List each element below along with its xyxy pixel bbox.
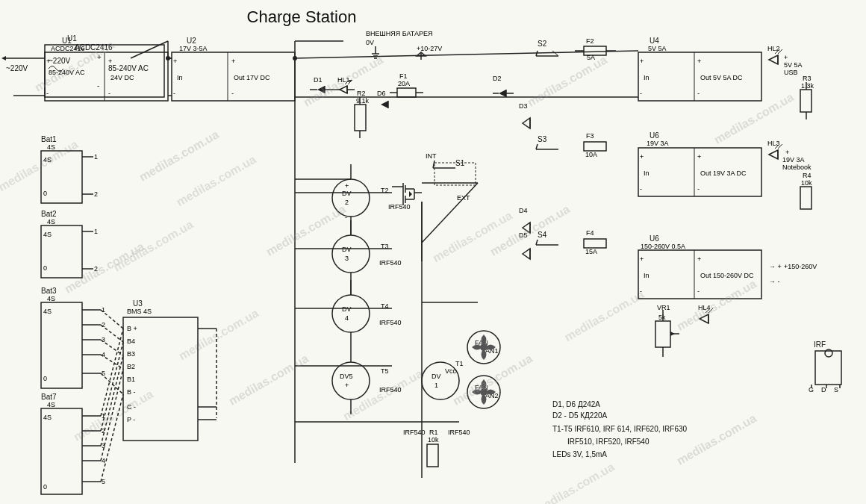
svg-text:IRF540: IRF540 bbox=[388, 203, 411, 211]
svg-text:+: + bbox=[640, 57, 644, 65]
svg-text:+150-260V: +150-260V bbox=[784, 263, 817, 270]
svg-text:~220V: ~220V bbox=[49, 57, 71, 65]
svg-text:-: - bbox=[697, 287, 700, 295]
svg-text:5: 5 bbox=[102, 370, 105, 377]
svg-text:10k: 10k bbox=[801, 179, 812, 187]
svg-text:ACDC2416: ACDC2416 bbox=[51, 45, 85, 52]
svg-text:4S: 4S bbox=[43, 231, 52, 238]
svg-text:IRF540: IRF540 bbox=[379, 259, 402, 267]
svg-text:2: 2 bbox=[345, 199, 349, 206]
svg-text:D2 - D5  КД220А: D2 - D5 КД220А bbox=[552, 411, 608, 420]
svg-text:-: - bbox=[173, 90, 175, 97]
svg-text:+: + bbox=[46, 57, 50, 65]
svg-text:+: + bbox=[697, 57, 701, 65]
svg-text:→ -: → - bbox=[769, 278, 780, 285]
svg-text:Vcc: Vcc bbox=[445, 367, 457, 375]
svg-text:2: 2 bbox=[102, 321, 105, 329]
svg-text:→ +: → + bbox=[769, 263, 782, 270]
svg-text:4S: 4S bbox=[47, 143, 55, 151]
svg-text:S1: S1 bbox=[455, 159, 465, 167]
svg-text:Bat7: Bat7 bbox=[41, 393, 57, 401]
svg-text:4S: 4S bbox=[43, 414, 52, 421]
svg-text:4S: 4S bbox=[47, 401, 55, 408]
svg-text:Out 150-260V DC: Out 150-260V DC bbox=[700, 272, 754, 279]
svg-text:DV: DV bbox=[432, 373, 441, 380]
svg-text:D1, D6  Д242А: D1, D6 Д242А bbox=[552, 400, 600, 408]
svg-text:Out 19V 3A DC: Out 19V 3A DC bbox=[700, 169, 747, 177]
schematic-container: text { font-family: Arial, sans-serif; }… bbox=[0, 0, 866, 504]
svg-text:Out 5V 5A DC: Out 5V 5A DC bbox=[700, 74, 743, 81]
svg-text:U1: U1 bbox=[62, 37, 72, 45]
svg-text:4: 4 bbox=[102, 457, 105, 464]
svg-text:U3: U3 bbox=[133, 299, 143, 308]
svg-text:+: + bbox=[97, 53, 102, 61]
svg-text:4: 4 bbox=[345, 314, 349, 322]
svg-text:D1: D1 bbox=[314, 76, 323, 84]
svg-text:Bat1: Bat1 bbox=[41, 135, 57, 143]
svg-text:D4: D4 bbox=[519, 207, 528, 214]
svg-text:B +: B + bbox=[127, 325, 137, 332]
svg-text:R2: R2 bbox=[357, 90, 366, 97]
svg-text:4S: 4S bbox=[47, 295, 55, 302]
svg-text:D5: D5 bbox=[519, 231, 528, 239]
svg-text:Notebook: Notebook bbox=[782, 164, 812, 171]
svg-text:IRF510, IRF520, IRF540: IRF510, IRF520, IRF540 bbox=[567, 438, 650, 446]
svg-text:-: - bbox=[345, 214, 347, 221]
svg-text:-: - bbox=[640, 287, 642, 295]
svg-text:-: - bbox=[108, 90, 110, 97]
svg-text:LEDs 3V, 1,5mА: LEDs 3V, 1,5mА bbox=[552, 450, 607, 458]
svg-text:D6: D6 bbox=[377, 90, 386, 97]
svg-text:In: In bbox=[644, 74, 650, 81]
svg-text:15A: 15A bbox=[585, 248, 597, 255]
svg-text:0: 0 bbox=[43, 375, 47, 382]
svg-text:Out 17V DC: Out 17V DC bbox=[234, 74, 270, 81]
svg-text:DV5: DV5 bbox=[340, 373, 353, 380]
svg-text:150-260V 0.5A: 150-260V 0.5A bbox=[641, 243, 685, 250]
svg-text:85-240V AC: 85-240V AC bbox=[49, 69, 85, 76]
svg-text:1: 1 bbox=[94, 228, 98, 235]
svg-text:IRF540: IRF540 bbox=[379, 386, 402, 393]
svg-text:19V 3A: 19V 3A bbox=[782, 156, 805, 164]
svg-text:0V: 0V bbox=[366, 39, 374, 46]
svg-text:R1: R1 bbox=[429, 429, 438, 436]
svg-text:3: 3 bbox=[345, 255, 349, 262]
svg-text:DV: DV bbox=[342, 190, 352, 197]
svg-text:1.3k: 1.3k bbox=[801, 82, 814, 90]
svg-point-302 bbox=[480, 388, 487, 396]
svg-text:-: - bbox=[46, 90, 49, 97]
svg-text:-: - bbox=[97, 81, 99, 90]
svg-text:2: 2 bbox=[94, 265, 98, 273]
svg-text:-: - bbox=[231, 90, 234, 97]
svg-text:5V 5A: 5V 5A bbox=[648, 45, 667, 52]
svg-text:Bat2: Bat2 bbox=[41, 210, 57, 218]
svg-text:+: + bbox=[345, 382, 349, 389]
svg-text:F1: F1 bbox=[399, 72, 408, 80]
svg-text:+10-27V: +10-27V bbox=[417, 45, 442, 52]
svg-text:D2: D2 bbox=[493, 75, 502, 82]
svg-text:5: 5 bbox=[102, 478, 105, 485]
svg-text:D3: D3 bbox=[519, 102, 528, 110]
svg-text:S: S bbox=[834, 386, 838, 393]
svg-text:+: + bbox=[108, 57, 112, 65]
svg-text:19V 3A: 19V 3A bbox=[647, 140, 669, 147]
svg-text:-: - bbox=[697, 185, 700, 193]
svg-text:20A: 20A bbox=[398, 80, 410, 87]
svg-text:1: 1 bbox=[434, 382, 438, 389]
svg-text:0: 0 bbox=[43, 264, 47, 272]
svg-text:-: - bbox=[640, 90, 642, 97]
svg-text:F3: F3 bbox=[586, 132, 594, 140]
svg-text:B4: B4 bbox=[127, 337, 135, 345]
svg-text:S2: S2 bbox=[538, 40, 547, 48]
svg-text:R4: R4 bbox=[803, 172, 812, 179]
page-title: Charge Station bbox=[247, 7, 357, 26]
svg-text:+: + bbox=[697, 255, 701, 263]
svg-text:-: - bbox=[640, 185, 642, 193]
svg-text:B -: B - bbox=[127, 388, 136, 396]
svg-text:+: + bbox=[640, 153, 644, 161]
svg-text:F2: F2 bbox=[586, 37, 594, 45]
svg-text:VR1: VR1 bbox=[657, 304, 670, 311]
svg-text:In: In bbox=[644, 169, 650, 177]
svg-text:5k: 5k bbox=[658, 314, 666, 321]
svg-text:3: 3 bbox=[102, 336, 105, 343]
svg-text:S3: S3 bbox=[538, 135, 547, 143]
